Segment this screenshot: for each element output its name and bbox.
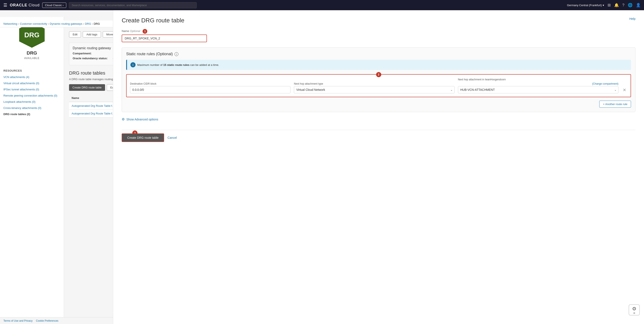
name-input[interactable]	[122, 34, 207, 42]
terms-link[interactable]: Terms of Use and Privacy	[4, 319, 32, 322]
sidebar-item-vcn-attachments[interactable]: VCN attachments (4)	[0, 74, 64, 80]
breadcrumb-drg[interactable]: DRG	[85, 22, 91, 25]
name-field-section: Name Optional 1	[122, 29, 636, 42]
search-input[interactable]	[69, 2, 197, 8]
resources-section: Resources VCN attachments (4) Virtual ci…	[0, 65, 64, 119]
route-rule-container: 2 Destination CIDR block Next hop attach…	[126, 74, 631, 97]
cloud-classic-button[interactable]: Cloud Classic ›	[42, 2, 66, 8]
step-badge-2: 2	[376, 72, 381, 77]
info-circle-icon: i	[130, 62, 136, 67]
breadcrumb-customer-connectivity[interactable]: Customer connectivity	[20, 22, 47, 25]
next-hop-type-field: Next hop attachment type Virtual Cloud N…	[294, 82, 454, 93]
delete-rule-button[interactable]: ✕	[622, 86, 627, 93]
show-advanced-options-link[interactable]: ⚙ Show Advanced options	[122, 116, 636, 121]
breadcrumb-current: DRG	[94, 22, 100, 25]
sidebar-item-drg-route-tables[interactable]: DRG route tables (2)	[0, 111, 64, 117]
destination-cidr-label: Destination CIDR block	[130, 82, 290, 85]
next-hop-type-select-wrapper: Virtual Cloud Network IPSec Tunnel Virtu…	[294, 86, 454, 93]
sidebar-item-loopback[interactable]: Loopback attachments (0)	[0, 99, 64, 105]
redundancy-label: Oracle redundancy status:	[73, 57, 108, 60]
modal-footer: 3 Create DRG route table Cancel	[122, 130, 636, 145]
resources-heading: Resources	[0, 66, 64, 74]
globe-icon[interactable]: 🌐	[628, 3, 632, 8]
help-widget-icon: ⊙	[632, 306, 636, 312]
change-compartment-link[interactable]: (Change compartment)	[458, 82, 618, 85]
top-navigation: ☰ ORACLE Cloud Cloud Classic › Germany C…	[0, 0, 644, 10]
cancel-button[interactable]: Cancel	[168, 136, 177, 140]
sidebar-item-cross-tenancy[interactable]: Cross-tenancy attachments (0)	[0, 105, 64, 111]
static-route-rules-section: Static route rules (Optional) i i Maximu…	[122, 47, 636, 112]
sidebar-item-ipsec[interactable]: IPSec tunnel attachments (0)	[0, 86, 64, 92]
help-link[interactable]: Help	[629, 17, 636, 20]
sidebar-item-remote-peering[interactable]: Remote peering connection attachments (0…	[0, 92, 64, 99]
destination-cidr-input[interactable]	[130, 86, 290, 93]
region-selector[interactable]: Germany Central (Frankfurt) ▾	[567, 4, 604, 7]
static-rules-header: Static route rules (Optional) i	[126, 52, 631, 56]
help-widget[interactable]: ⊙ ⊞	[629, 304, 640, 316]
help-icon[interactable]: ?	[622, 3, 624, 8]
modal-title: Create DRG route table	[122, 17, 184, 24]
oracle-logo: ORACLE Cloud	[10, 3, 40, 8]
breadcrumb-networking[interactable]: Networking	[4, 22, 17, 25]
name-label: Name Optional 1	[122, 29, 636, 34]
modal-header: Create DRG route table Help	[122, 17, 636, 24]
add-route-rule-button[interactable]: + Another route rule	[599, 100, 631, 108]
hamburger-menu-icon[interactable]: ☰	[4, 2, 7, 8]
breadcrumb-dynamic-routing-gateways[interactable]: Dynamic routing gateways	[50, 22, 82, 25]
drg-sidebar-title: DRG	[27, 50, 37, 56]
help-widget-label: ⊞	[633, 312, 635, 314]
sidebar: DRG DRG AVAILABLE Resources VCN attachme…	[0, 17, 64, 324]
bell-icon[interactable]: 🔔	[614, 3, 619, 8]
rule-row: Destination CIDR block Next hop attachme…	[130, 78, 627, 93]
nav-right: Germany Central (Frankfurt) ▾ ⊞ 🔔 ? 🌐 👤	[567, 3, 640, 8]
user-icon[interactable]: 👤	[636, 3, 640, 8]
edit-button[interactable]: Edit	[69, 31, 81, 38]
create-drg-route-table-button[interactable]: Create DRG route table	[69, 84, 105, 91]
sliders-icon: ⚙	[122, 117, 125, 121]
status-badge: AVAILABLE	[24, 57, 40, 60]
compartment-label: Compartment:	[73, 52, 92, 55]
next-hop-type-label: Next hop attachment type	[294, 82, 454, 85]
add-tags-button[interactable]: Add tags	[83, 31, 101, 38]
next-hop-attachment-select[interactable]: HUB-VCN-ATTACHMENT	[458, 86, 618, 93]
clearfix: + Another route rule	[126, 100, 631, 108]
create-drg-route-table-modal: Create DRG route table Help Name Optiona…	[113, 10, 644, 324]
step-badge-1: 1	[142, 29, 147, 34]
info-banner: i Maximum number of 15 static route rule…	[126, 60, 631, 70]
footer-links: Terms of Use and Privacy Cookie Preferen…	[4, 319, 58, 322]
sidebar-item-virtual-circuit[interactable]: Virtual circuit attachments (0)	[0, 80, 64, 86]
next-hop-type-select[interactable]: Virtual Cloud Network IPSec Tunnel Virtu…	[294, 86, 454, 93]
next-hop-attachment-field: Next hop attachment in IwanHoogendoorn (…	[458, 78, 618, 93]
desktop-icon[interactable]: ⊞	[608, 3, 611, 8]
next-hop-attachment-select-wrapper: HUB-VCN-ATTACHMENT	[458, 86, 618, 93]
destination-cidr-field: Destination CIDR block	[130, 82, 290, 93]
static-rules-info-icon[interactable]: i	[174, 52, 178, 56]
create-drg-route-table-submit-button[interactable]: Create DRG route table	[122, 134, 164, 142]
cookie-preferences-link[interactable]: Cookie Preferences	[36, 319, 58, 322]
next-hop-attachment-label: Next hop attachment in IwanHoogendoorn	[458, 78, 506, 81]
